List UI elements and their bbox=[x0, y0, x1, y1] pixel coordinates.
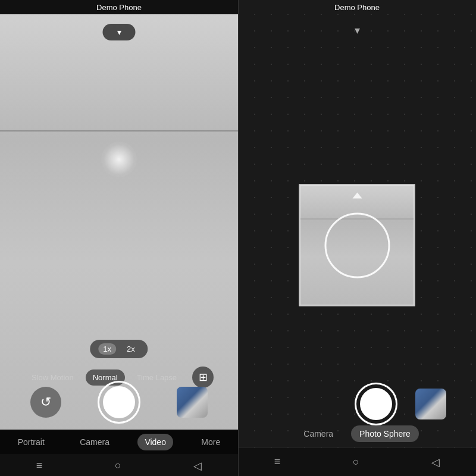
right-nav-back-icon[interactable]: ◁ bbox=[431, 456, 440, 469]
nav-home-icon[interactable]: ○ bbox=[115, 459, 121, 472]
tab-video[interactable]: Video bbox=[137, 434, 173, 450]
left-camera-viewfinder: ▾ 1x 2x Slow Motion Normal Time Lapse ⊞ bbox=[0, 14, 238, 430]
left-camera-mode-tabs: Portrait Camera Video More bbox=[0, 430, 238, 455]
right-chevron-down-icon: ▾ bbox=[355, 24, 360, 36]
nav-menu-icon[interactable]: ≡ bbox=[36, 459, 43, 472]
zoom-controls: 1x 2x bbox=[90, 340, 148, 358]
right-nav-home-icon[interactable]: ○ bbox=[353, 456, 359, 468]
right-nav-menu-icon[interactable]: ≡ bbox=[274, 456, 281, 468]
right-title-bar: Demo Phone bbox=[238, 0, 476, 14]
right-last-photo-thumbnail bbox=[415, 389, 446, 419]
right-shutter-inner-circle bbox=[360, 388, 392, 420]
tab-portrait[interactable]: Portrait bbox=[11, 434, 52, 450]
tab-camera[interactable]: Camera bbox=[73, 434, 117, 450]
sphere-circle-guide bbox=[324, 212, 390, 278]
right-camera-controls bbox=[238, 383, 476, 425]
rotate-icon: ↺ bbox=[40, 394, 51, 410]
right-shutter-button[interactable] bbox=[355, 383, 397, 425]
right-thumbnail-button[interactable] bbox=[415, 389, 446, 419]
left-shutter-button[interactable] bbox=[98, 381, 140, 424]
zoom-1x-button[interactable]: 1x bbox=[98, 343, 116, 355]
left-camera-controls: ↺ bbox=[0, 381, 238, 424]
right-phone-panel: Demo Phone ▾ Camera bbox=[238, 0, 476, 476]
panel-divider bbox=[238, 0, 239, 476]
right-tab-photo-sphere[interactable]: Photo Sphere bbox=[351, 425, 419, 442]
photo-sphere-preview bbox=[299, 184, 415, 306]
left-title-bar: Demo Phone bbox=[0, 0, 238, 14]
chevron-down-icon: ▾ bbox=[117, 27, 121, 37]
left-system-nav: ≡ ○ ◁ bbox=[0, 455, 238, 476]
viewfinder-horizon-line bbox=[0, 130, 238, 131]
right-tab-camera[interactable]: Camera bbox=[295, 425, 342, 442]
right-camera-mode-tabs: Camera Photo Sphere bbox=[238, 421, 476, 446]
zoom-2x-button[interactable]: 2x bbox=[122, 343, 140, 355]
right-system-nav: ≡ ○ ◁ bbox=[238, 447, 476, 476]
shutter-inner-circle bbox=[103, 386, 135, 418]
right-phone-title: Demo Phone bbox=[334, 3, 380, 12]
last-photo-thumbnail bbox=[177, 387, 208, 418]
nav-back-icon[interactable]: ◁ bbox=[193, 459, 202, 472]
left-thumbnail-button[interactable] bbox=[177, 387, 208, 418]
right-dropdown-button[interactable]: ▾ bbox=[355, 24, 360, 37]
left-phone-title: Demo Phone bbox=[96, 3, 142, 12]
left-dropdown-button[interactable]: ▾ bbox=[103, 24, 136, 40]
right-camera-main: ▾ Camera Photo Sphere bbox=[238, 14, 476, 476]
rotate-camera-button[interactable]: ↺ bbox=[30, 387, 61, 418]
tab-more[interactable]: More bbox=[194, 434, 227, 450]
left-phone-panel: Demo Phone ▾ 1x 2x Slow Motion Normal bbox=[0, 0, 238, 476]
sphere-preview-background bbox=[300, 186, 414, 305]
